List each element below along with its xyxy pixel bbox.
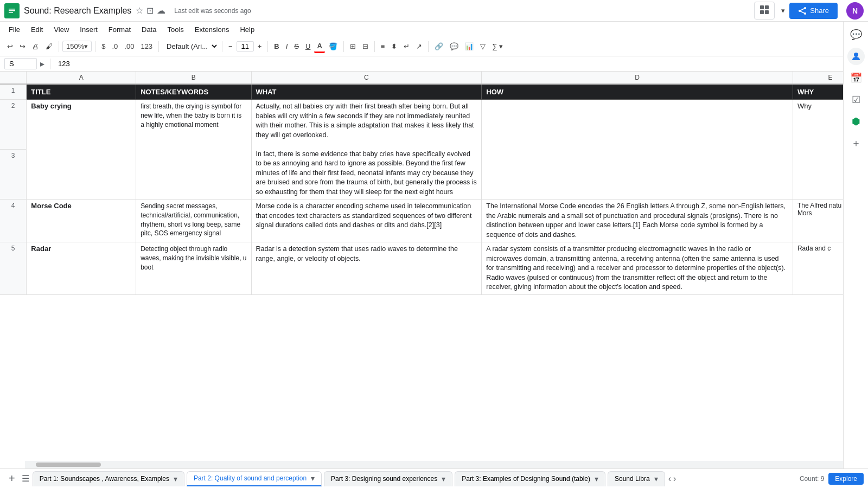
row-num-1: 1 — [0, 84, 27, 100]
cell-c5[interactable]: Radar is a detection system that uses ra… — [251, 242, 482, 295]
expand-formula-icon[interactable]: ▸ — [40, 59, 44, 69]
percent-button[interactable]: .0 — [109, 41, 120, 52]
svg-rect-5 — [765, 5, 769, 9]
cell-b4[interactable]: Sending secret messages, technical/artif… — [136, 200, 251, 242]
cloud-icon[interactable]: ☁ — [157, 5, 165, 16]
sheet-tab-1[interactable]: Part 1: Soundscapes , Awareness, Example… — [33, 471, 184, 486]
autosave-label: Last edit was seconds ago — [174, 7, 251, 15]
scrollbar-thumb[interactable] — [36, 463, 101, 467]
comment-button[interactable]: 💬 — [447, 41, 461, 52]
formula-input[interactable] — [56, 59, 864, 69]
link-button[interactable]: 🔗 — [432, 41, 446, 52]
menu-insert[interactable]: Insert — [75, 24, 102, 35]
account-dropdown[interactable]: ▾ — [781, 7, 785, 15]
tab-3-close[interactable]: ▾ — [442, 474, 445, 483]
menu-bar: File Edit View Insert Format Data Tools … — [0, 22, 868, 37]
cell-a2[interactable]: Baby crying — [27, 100, 136, 200]
font-size-input[interactable] — [237, 41, 254, 52]
menu-tools[interactable]: Tools — [163, 24, 188, 35]
currency-button[interactable]: $ — [99, 41, 108, 52]
font-size-decrease[interactable]: − — [226, 41, 235, 52]
col-header-d[interactable]: D — [482, 72, 793, 84]
tab-2-close[interactable]: ▾ — [311, 474, 315, 483]
side-calendar-icon[interactable]: 📅 — [847, 69, 865, 87]
menu-data[interactable]: Data — [137, 24, 161, 35]
side-add-icon[interactable]: ＋ — [847, 134, 865, 152]
print-button[interactable]: 🖨 — [29, 41, 42, 52]
move-icon[interactable]: ⊡ — [146, 5, 154, 16]
cell-a5[interactable]: Radar — [27, 242, 136, 295]
menu-edit[interactable]: Edit — [27, 24, 47, 35]
sheet-tab-3[interactable]: Part 3: Designing sound experiences ▾ — [324, 471, 452, 486]
menu-file[interactable]: File — [4, 24, 24, 35]
col-how-header: HOW — [482, 84, 793, 100]
chart-button[interactable]: 📊 — [462, 41, 476, 52]
sheets-menu-button[interactable]: ☰ — [20, 471, 31, 486]
add-sheet-button[interactable]: + — [4, 470, 20, 487]
cell-a4[interactable]: Morse Code — [27, 200, 136, 242]
tab-4-close[interactable]: ▾ — [595, 474, 598, 483]
cell-c2[interactable]: Actually, not all babies cry with their … — [251, 100, 482, 200]
borders-button[interactable]: ⊞ — [347, 41, 359, 52]
menu-format[interactable]: Format — [104, 24, 135, 35]
svg-line-11 — [800, 8, 805, 11]
sheet-tab-2[interactable]: Part 2: Quality of sound and perception … — [187, 471, 322, 486]
row-num-2: 2 — [0, 100, 27, 150]
merge-button[interactable]: ⊟ — [360, 41, 371, 52]
side-contacts-icon[interactable] — [847, 48, 865, 65]
wrap-button[interactable]: ↵ — [401, 41, 412, 52]
side-tasks-icon[interactable]: ☑ — [847, 91, 865, 108]
tab-1-close[interactable]: ▾ — [174, 474, 177, 483]
share-button[interactable]: Share — [789, 3, 838, 19]
sheet-tab-5[interactable]: Sound Libra ▾ — [608, 471, 665, 486]
cell-d4[interactable]: The International Morse Code encodes the… — [482, 200, 793, 242]
user-avatar[interactable]: N — [846, 2, 864, 20]
table-row-4: 4 Morse Code Sending secret messages, te… — [0, 200, 868, 242]
font-size-increase[interactable]: + — [255, 41, 265, 52]
fill-color-button[interactable]: 🪣 — [326, 41, 340, 52]
cell-reference-input[interactable] — [4, 58, 37, 69]
underline-button[interactable]: U — [303, 41, 313, 52]
app-icon[interactable] — [4, 3, 20, 18]
side-maps-icon[interactable]: ⬢ — [847, 113, 865, 130]
side-panel: 💬 📅 ☑ ⬢ ＋ — [843, 22, 868, 468]
horizontal-scrollbar[interactable] — [25, 461, 843, 468]
menu-help[interactable]: Help — [235, 24, 259, 35]
filter-button[interactable]: ▽ — [477, 41, 488, 52]
valign-button[interactable]: ⬍ — [388, 41, 400, 52]
decimal-button[interactable]: .00 — [122, 41, 137, 52]
col-header-b[interactable]: B — [136, 72, 251, 84]
cell-c4[interactable]: Morse code is a character encoding schem… — [251, 200, 482, 242]
paint-format-button[interactable]: 🖌 — [43, 41, 55, 52]
rotate-button[interactable]: ↗ — [413, 41, 425, 52]
col-what-header: WHAT — [251, 84, 482, 100]
toolbar: ↩ ↪ 🖨 🖌 150% ▾ $ .0 .00 123 Default (Ari… — [0, 37, 868, 56]
sheet-tab-4[interactable]: Part 3: Examples of Designing Sound (tab… — [455, 471, 605, 486]
font-selector[interactable]: Default (Ari... — [162, 41, 219, 52]
align-button[interactable]: ≡ — [378, 41, 388, 52]
strikethrough-button[interactable]: S — [291, 41, 302, 52]
side-chat-icon[interactable]: 💬 — [847, 26, 865, 43]
redo-button[interactable]: ↪ — [17, 41, 28, 52]
menu-extensions[interactable]: Extensions — [190, 24, 234, 35]
tab-5-close[interactable]: ▾ — [654, 474, 658, 483]
italic-button[interactable]: I — [283, 41, 291, 52]
bold-button[interactable]: B — [271, 41, 282, 52]
col-header-c[interactable]: C — [251, 72, 482, 84]
nav-next-button[interactable]: › — [673, 474, 676, 484]
zoom-dropdown[interactable]: 150% ▾ — [62, 41, 92, 52]
undo-button[interactable]: ↩ — [4, 41, 16, 52]
grid-view-button[interactable] — [754, 2, 775, 20]
col-header-a[interactable]: A — [27, 72, 136, 84]
function-button[interactable]: ∑ ▾ — [489, 41, 506, 52]
number-button[interactable]: 123 — [138, 41, 155, 52]
nav-prev-button[interactable]: ‹ — [668, 474, 671, 484]
cell-b2[interactable]: first breath, the crying is symbol for n… — [136, 100, 251, 200]
star-icon[interactable]: ☆ — [136, 5, 143, 16]
cell-d5[interactable]: A radar system consists of a transmitter… — [482, 242, 793, 295]
cell-d2[interactable] — [482, 100, 793, 200]
text-color-button[interactable]: A — [314, 40, 324, 53]
menu-view[interactable]: View — [49, 24, 73, 35]
cell-b5[interactable]: Detecting object through radio waves, ma… — [136, 242, 251, 295]
explore-button[interactable]: Explore — [828, 473, 864, 485]
